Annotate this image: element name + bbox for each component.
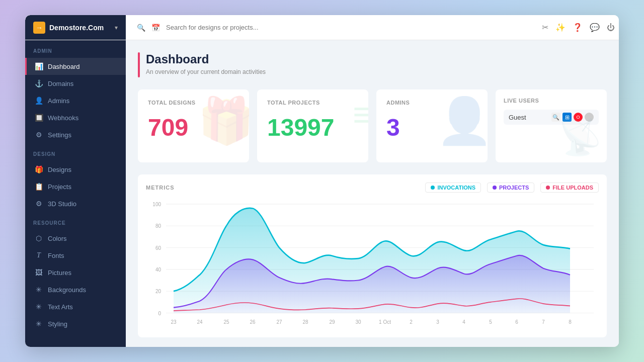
sidebar-item-settings[interactable]: ⚙ Settings: [25, 126, 126, 143]
stat-card-live-users: LIVE USERS Guest 🔍 ⊞ O 📡: [496, 89, 607, 162]
y-label-60: 60: [155, 245, 161, 250]
legend-file-uploads-label: FILE UPLOADS: [552, 185, 593, 191]
store-selector[interactable]: → Demostore.Com ▾: [25, 15, 126, 40]
chart-container: 100 80 60 40 20 0 23 24 25 26 27 28 29: [146, 199, 599, 329]
stat-card-admins: ADMINS 3 👤: [376, 89, 488, 162]
live-user-name: Guest: [509, 114, 547, 121]
sidebar-item-styling[interactable]: ✳ Styling: [25, 315, 126, 332]
sidebar-item-projects[interactable]: 📋 Projects: [25, 178, 126, 195]
metrics-chart-svg: 100 80 60 40 20 0 23 24 25 26 27 28 29: [146, 199, 599, 329]
admins-bg-icon: 👤: [436, 95, 488, 147]
x-label-26: 26: [250, 319, 255, 325]
sparkle-icon[interactable]: ✨: [555, 23, 566, 32]
page-title: Dashboard: [146, 52, 266, 66]
help-icon[interactable]: ❓: [573, 23, 583, 32]
page-title-accent: [138, 52, 140, 77]
page-subtitle: An overview of your current domain activ…: [146, 68, 266, 75]
sidebar-label-designs: Designs: [48, 166, 71, 173]
page-title-block: Dashboard An overview of your current do…: [146, 52, 266, 75]
projects-bg-icon: ≡: [353, 95, 368, 135]
sidebar-item-3d-studio[interactable]: ⚙ 3D Studio: [25, 195, 126, 212]
domains-icon: ⚓: [35, 79, 43, 87]
sidebar-label-admins: Admins: [48, 97, 69, 105]
stat-cards: TOTAL DESIGNS 709 🎁 TOTAL PROJECTS 13997…: [138, 89, 607, 162]
search-icon[interactable]: 🔍: [137, 24, 145, 32]
metrics-header: METRICS INVOCATIONS PROJECTS FILE UPL: [146, 183, 599, 193]
y-label-0: 0: [158, 310, 161, 316]
admin-section: ADMIN 📊 Dashboard ⚓ Domains 👤 Admins 🔲 W…: [25, 48, 126, 143]
metrics-legend: INVOCATIONS PROJECTS FILE UPLOADS: [425, 183, 599, 193]
admin-section-label: ADMIN: [25, 48, 126, 58]
metrics-card: METRICS INVOCATIONS PROJECTS FILE UPL: [138, 174, 607, 337]
webhooks-icon: 🔲: [35, 114, 43, 122]
top-bar-actions: ✂ ✨ ❓ 💬 ⏻: [542, 23, 619, 32]
sidebar-label-text-arts: Text Arts: [48, 303, 73, 311]
x-label-23: 23: [171, 319, 176, 325]
admins-icon: 👤: [35, 97, 43, 105]
page-title-section: Dashboard An overview of your current do…: [138, 52, 607, 77]
sidebar-item-designs[interactable]: 🎁 Designs: [25, 161, 126, 178]
backgrounds-icon: ✳: [35, 286, 43, 294]
y-label-80: 80: [155, 223, 161, 229]
x-label-6: 6: [515, 319, 518, 325]
resource-section-label: RESOURCE: [25, 220, 126, 230]
sidebar-item-text-arts[interactable]: ✳ Text Arts: [25, 298, 126, 315]
designs-bg-icon: 🎁: [198, 95, 249, 147]
logo-arrow-icon: →: [36, 24, 43, 32]
text-arts-icon: ✳: [35, 303, 43, 311]
sidebar-item-admins[interactable]: 👤 Admins: [25, 92, 126, 109]
sidebar: ADMIN 📊 Dashboard ⚓ Domains 👤 Admins 🔲 W…: [25, 40, 126, 347]
resource-section: RESOURCE ⬡ Colors T Fonts 🖼 Pictures ✳ B…: [25, 220, 126, 332]
sidebar-item-webhooks[interactable]: 🔲 Webhooks: [25, 109, 126, 126]
x-label-1oct: 1 Oct: [379, 319, 391, 325]
search-input[interactable]: [166, 24, 531, 31]
sidebar-label-3d-studio: 3D Studio: [48, 200, 76, 208]
chat-icon[interactable]: 💬: [590, 23, 600, 32]
sidebar-label-backgrounds: Backgrounds: [48, 286, 86, 294]
store-logo: →: [33, 22, 45, 34]
design-section: DESIGN 🎁 Designs 📋 Projects ⚙ 3D Studio: [25, 151, 126, 212]
sidebar-item-fonts[interactable]: T Fonts: [25, 247, 126, 264]
sidebar-item-backgrounds[interactable]: ✳ Backgrounds: [25, 281, 126, 298]
designs-icon: 🎁: [35, 165, 43, 173]
x-label-24: 24: [197, 319, 202, 325]
x-label-8: 8: [569, 319, 572, 325]
top-bar: → Demostore.Com ▾ 🔍 📅 ✂ ✨ ❓ 💬 ⏻: [25, 15, 619, 40]
x-label-27: 27: [276, 319, 282, 325]
x-label-30: 30: [355, 319, 361, 325]
dashboard-icon: 📊: [35, 62, 43, 70]
content-area: Dashboard An overview of your current do…: [126, 40, 619, 347]
legend-projects-label: PROJECTS: [499, 185, 529, 191]
projects-value: 13997: [267, 114, 358, 141]
y-label-40: 40: [155, 267, 161, 273]
settings-icon: ⚙: [35, 131, 43, 139]
legend-file-uploads: FILE UPLOADS: [540, 183, 599, 193]
x-label-29: 29: [329, 319, 335, 325]
x-label-7: 7: [542, 319, 545, 325]
sidebar-label-styling: Styling: [48, 320, 67, 328]
sidebar-item-domains[interactable]: ⚓ Domains: [25, 75, 126, 92]
legend-projects: PROJECTS: [487, 183, 534, 193]
footer-copyright: © 2024 SOFTWARE STUDIOS: [33, 346, 103, 347]
sidebar-item-pictures[interactable]: 🖼 Pictures: [25, 264, 126, 281]
app-window: → Demostore.Com ▾ 🔍 📅 ✂ ✨ ❓ 💬 ⏻ ADMIN 📊: [25, 15, 619, 347]
sidebar-item-colors[interactable]: ⬡ Colors: [25, 230, 126, 247]
x-label-4: 4: [462, 319, 465, 325]
sidebar-label-colors: Colors: [48, 235, 67, 242]
sidebar-label-pictures: Pictures: [48, 269, 71, 277]
top-bar-search: 🔍 📅: [132, 24, 536, 32]
legend-invocations-label: INVOCATIONS: [437, 185, 475, 191]
sidebar-label-settings: Settings: [48, 131, 71, 139]
sidebar-label-fonts: Fonts: [48, 252, 64, 259]
legend-invocations: INVOCATIONS: [425, 183, 481, 193]
fonts-icon: T: [35, 251, 43, 259]
power-icon[interactable]: ⏻: [607, 23, 615, 32]
x-label-5: 5: [489, 319, 492, 325]
x-label-25: 25: [223, 319, 229, 325]
calendar-icon[interactable]: 📅: [151, 24, 160, 32]
live-users-label: LIVE USERS: [504, 98, 599, 104]
sidebar-item-dashboard[interactable]: 📊 Dashboard: [25, 58, 126, 75]
sidebar-label-domains: Domains: [48, 80, 73, 87]
cut-icon[interactable]: ✂: [542, 23, 548, 32]
x-label-28: 28: [302, 319, 308, 325]
